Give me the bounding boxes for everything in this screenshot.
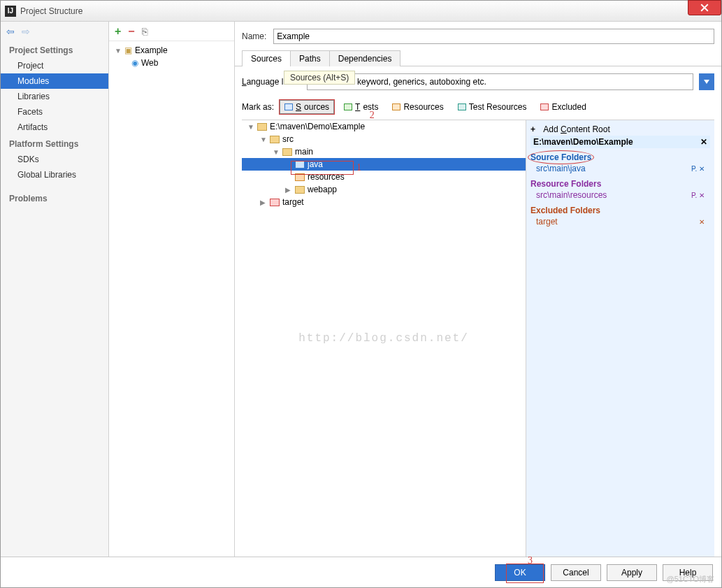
tree-root[interactable]: ▼E:\maven\Demo\Example: [242, 120, 526, 133]
tree-target[interactable]: ▶target: [242, 196, 526, 208]
expand-icon[interactable]: ▼: [115, 47, 122, 55]
sources-tooltip: Sources (Alt+S): [284, 71, 355, 85]
folder-tree: ▼E:\maven\Demo\Example ▼src ▼main ▶java …: [242, 120, 526, 557]
excluded-folders-header: Excluded Folders: [530, 201, 710, 215]
mark-excluded-button[interactable]: Excluded: [536, 101, 590, 113]
sidebar-item-global-libraries[interactable]: Global Libraries: [1, 167, 108, 182]
facet-web[interactable]: ◉ Web: [112, 57, 231, 69]
name-label: Name:: [242, 31, 266, 41]
module-tabs: Sources Paths Dependencies: [235, 50, 721, 66]
category-sidebar: ⇦ ⇨ Project Settings Project Modules Lib…: [1, 22, 109, 557]
forward-icon[interactable]: ⇨: [22, 26, 30, 37]
platform-settings-header: Platform Settings: [1, 135, 108, 152]
remove-icon[interactable]: −: [128, 25, 134, 38]
sidebar-item-project[interactable]: Project: [1, 58, 108, 73]
tree-java[interactable]: ▶java: [242, 158, 526, 171]
mark-resources-button[interactable]: Resources: [388, 101, 447, 113]
window-title: Project Structure: [20, 6, 82, 16]
annotation-box-1: [291, 161, 354, 175]
resource-folder-item[interactable]: src\main\resourcesP. ✕: [530, 189, 710, 201]
mark-as-label: Mark as:: [242, 102, 274, 112]
source-folders-header: Source Folders: [530, 148, 710, 162]
module-label: Example: [135, 45, 168, 55]
excluded-folder-item[interactable]: target✕: [530, 215, 710, 228]
close-button[interactable]: [688, 0, 721, 15]
mark-sources-button[interactable]: Sources: [280, 100, 334, 114]
corner-watermark: @51CTO博客: [667, 574, 714, 585]
dialog-footer: 3 OK Cancel Apply Help @51CTO博客: [1, 557, 721, 587]
watermark: http://blog.csdn.net/: [298, 332, 469, 345]
sidebar-item-facets[interactable]: Facets: [1, 104, 108, 120]
tree-webapp[interactable]: ▶webapp: [242, 183, 526, 196]
facet-label: Web: [141, 58, 158, 68]
tree-src[interactable]: ▼src: [242, 133, 526, 145]
tab-dependencies[interactable]: Dependencies: [329, 50, 401, 66]
add-icon[interactable]: +: [115, 25, 121, 38]
tree-main[interactable]: ▼main: [242, 145, 526, 158]
resource-folders-header: Resource Folders: [530, 175, 710, 189]
name-input[interactable]: [273, 29, 714, 44]
language-level-select[interactable]: 5.0 - 'enum' keyword, generics, autoboxi…: [307, 73, 693, 90]
tree-resources[interactable]: ▶resources: [242, 171, 526, 183]
module-icon: ▣: [124, 45, 132, 55]
add-content-root[interactable]: + Add Content Root: [530, 123, 710, 136]
annotation-1: 1: [356, 162, 361, 173]
copy-icon[interactable]: ⎘: [142, 26, 147, 37]
annotation-2: 2: [370, 110, 375, 121]
module-detail-pane: Name: Sources Paths Dependencies Languag…: [235, 22, 721, 557]
web-icon: ◉: [131, 58, 138, 68]
mark-test-resources-button[interactable]: Test Resources: [454, 101, 531, 113]
mark-tests-button[interactable]: Tests: [340, 101, 382, 113]
dropdown-icon[interactable]: [699, 73, 714, 90]
titlebar: IJ Project Structure: [1, 1, 721, 22]
sidebar-item-libraries[interactable]: Libraries: [1, 89, 108, 104]
sidebar-item-modules[interactable]: Modules: [1, 73, 108, 89]
project-settings-header: Project Settings: [1, 41, 108, 58]
content-root-panel: + Add Content Root E:\maven\Demo\Example…: [526, 120, 714, 557]
mark-as-row: Mark as: Sources Tests Resources Test Re…: [242, 97, 721, 120]
tab-sources[interactable]: Sources: [242, 50, 291, 66]
back-icon[interactable]: ⇦: [6, 26, 15, 37]
sidebar-item-artifacts[interactable]: Artifacts: [1, 120, 108, 135]
content-root-path[interactable]: E:\maven\Demo\Example✕: [530, 136, 710, 148]
app-icon: IJ: [5, 6, 16, 17]
module-list-pane: + − ⎘ ▼ ▣ Example ◉ Web: [109, 22, 235, 557]
apply-button[interactable]: Apply: [607, 564, 657, 581]
problems-header[interactable]: Problems: [1, 189, 108, 206]
sidebar-item-sdks[interactable]: SDKs: [1, 152, 108, 167]
annotation-box-3: [506, 564, 544, 583]
tab-paths[interactable]: Paths: [290, 50, 330, 66]
cancel-button[interactable]: Cancel: [551, 564, 601, 581]
module-example[interactable]: ▼ ▣ Example: [112, 44, 231, 57]
